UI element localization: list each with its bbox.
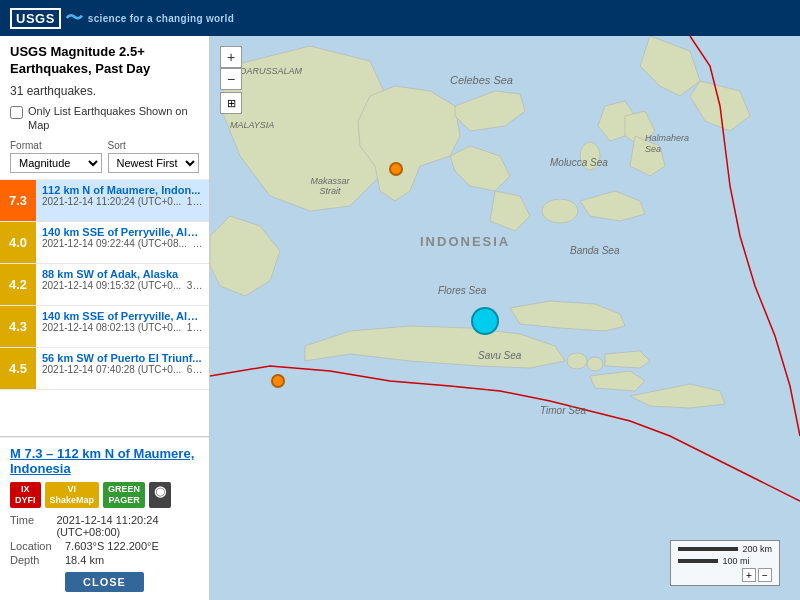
earthquake-title: 140 km SSE of Perryville, Alas... bbox=[42, 226, 203, 238]
usgs-tagline: science for a changing world bbox=[88, 13, 234, 24]
sidebar-title: USGS Magnitude 2.5+ Earthquakes, Past Da… bbox=[10, 44, 199, 78]
usgs-logo-text: USGS bbox=[10, 8, 61, 29]
svg-point-2 bbox=[542, 199, 578, 223]
map-label-darussalam: DARUSSALAM bbox=[240, 66, 303, 76]
time-label: Time bbox=[10, 514, 56, 538]
svg-text:Sea: Sea bbox=[645, 144, 661, 154]
earthquake-info: 56 km SW of Puerto El Triunf... 2021-12-… bbox=[36, 348, 209, 389]
scale-bar-mi bbox=[678, 559, 718, 563]
earthquake-magnitude: 4.0 bbox=[0, 222, 36, 263]
app-header: USGS 〜 science for a changing world bbox=[0, 0, 800, 36]
sort-group: Sort Newest First Oldest First Largest M… bbox=[108, 140, 200, 173]
usgs-wave-icon: 〜 bbox=[65, 6, 84, 30]
detail-location-row: Location 7.603°S 122.200°E bbox=[10, 540, 199, 552]
svg-point-3 bbox=[567, 353, 587, 369]
filter-checkbox-row: Only List Earthquakes Shown on Map bbox=[10, 104, 199, 133]
earthquake-details: 2021-12-14 09:22:44 (UTC+08... 4.3 km bbox=[42, 238, 203, 249]
earthquake-info: 140 km SSE of Perryville, Alas... 2021-1… bbox=[36, 306, 209, 347]
earthquake-title: 88 km SW of Adak, Alaska bbox=[42, 268, 203, 280]
earthquake-list-item[interactable]: 4.0 140 km SSE of Perryville, Alas... 20… bbox=[0, 222, 209, 264]
map-zoom-controls: + − bbox=[220, 46, 242, 90]
earthquake-details: 2021-12-14 08:02:13 (UTC+0... 10.0 km bbox=[42, 322, 203, 333]
map-label-timor: Timor Sea bbox=[540, 405, 586, 416]
shakemap-badge[interactable]: VIShakeMap bbox=[45, 482, 100, 508]
close-button[interactable]: CLOSE bbox=[65, 572, 144, 592]
map-container[interactable]: Celebes Sea Makassar Strait Molucca Sea … bbox=[210, 36, 800, 600]
svg-point-4 bbox=[587, 357, 603, 371]
scale-label-mi: 100 mi bbox=[722, 556, 749, 566]
scenario-badge[interactable]: ◉ bbox=[149, 482, 171, 508]
filter-checkbox[interactable] bbox=[10, 106, 23, 119]
sort-select[interactable]: Newest First Oldest First Largest Mag Sm… bbox=[108, 153, 200, 173]
depth-value: 18.4 km bbox=[65, 554, 104, 566]
earthquake-details: 2021-12-14 11:20:24 (UTC+0... 18.4 km bbox=[42, 196, 203, 207]
detail-time-row: Time 2021-12-14 11:20:24 (UTC+08:00) bbox=[10, 514, 199, 538]
usgs-logo: USGS 〜 science for a changing world bbox=[10, 6, 234, 30]
depth-label: Depth bbox=[10, 554, 65, 566]
earthquake-list-item[interactable]: 7.3 112 km N of Maumere, Indon... 2021-1… bbox=[0, 180, 209, 222]
map-label-savu: Savu Sea bbox=[478, 350, 522, 361]
scale-zoom-controls: + − bbox=[678, 568, 772, 582]
zoom-out-button[interactable]: − bbox=[220, 68, 242, 90]
sort-label: Sort bbox=[108, 140, 200, 151]
earthquake-magnitude: 4.3 bbox=[0, 306, 36, 347]
map-scale: 200 km 100 mi + − bbox=[670, 540, 780, 586]
earthquake-title: 140 km SSE of Perryville, Alas... bbox=[42, 310, 203, 322]
earthquake-magnitude: 4.5 bbox=[0, 348, 36, 389]
earthquake-info: 140 km SSE of Perryville, Alas... 2021-1… bbox=[36, 222, 209, 263]
earthquake-list-item[interactable]: 4.3 140 km SSE of Perryville, Alas... 20… bbox=[0, 306, 209, 348]
zoom-in-button[interactable]: + bbox=[220, 46, 242, 68]
map-label-molucca: Molucca Sea bbox=[550, 157, 608, 168]
map-label-banda: Banda Sea bbox=[570, 245, 620, 256]
map-label-indonesia: INDONESIA bbox=[420, 234, 510, 249]
time-value: 2021-12-14 11:20:24 (UTC+08:00) bbox=[56, 514, 199, 538]
format-select[interactable]: Magnitude Date Depth bbox=[10, 153, 102, 173]
map-svg: Celebes Sea Makassar Strait Molucca Sea … bbox=[210, 36, 800, 600]
earthquake-count: 31 earthquakes. bbox=[10, 84, 199, 98]
location-value: 7.603°S 122.200°E bbox=[65, 540, 159, 552]
earthquake-magnitude: 4.2 bbox=[0, 264, 36, 305]
map-label-flores: Flores Sea bbox=[438, 285, 487, 296]
scale-zoom-in[interactable]: + bbox=[742, 568, 756, 582]
scale-label-km: 200 km bbox=[742, 544, 772, 554]
sidebar: USGS Magnitude 2.5+ Earthquakes, Past Da… bbox=[0, 36, 210, 600]
earthquake-info: 88 km SW of Adak, Alaska 2021-12-14 09:1… bbox=[36, 264, 209, 305]
close-button-row: CLOSE bbox=[10, 572, 199, 592]
dyfi-badge[interactable]: IXDYFI bbox=[10, 482, 41, 508]
format-label: Format bbox=[10, 140, 102, 151]
earthquake-info: 112 km N of Maumere, Indon... 2021-12-14… bbox=[36, 180, 209, 221]
map-label-celebes: Celebes Sea bbox=[450, 74, 513, 86]
format-group: Format Magnitude Date Depth bbox=[10, 140, 102, 173]
earthquake-details: 2021-12-14 07:40:28 (UTC+0... 60.1 km bbox=[42, 364, 203, 375]
earthquake-list-item[interactable]: 4.5 56 km SW of Puerto El Triunf... 2021… bbox=[0, 348, 209, 390]
scale-bar-km bbox=[678, 547, 738, 551]
earthquake-list-item[interactable]: 4.2 88 km SW of Adak, Alaska 2021-12-14 … bbox=[0, 264, 209, 306]
earthquake-title: 112 km N of Maumere, Indon... bbox=[42, 184, 203, 196]
controls-row: Format Magnitude Date Depth Sort Newest … bbox=[10, 140, 199, 173]
location-label: Location bbox=[10, 540, 65, 552]
detail-badges: IXDYFI VIShakeMap GREENPAGER ◉ bbox=[10, 482, 199, 508]
earthquake-detail-panel: M 7.3 – 112 km N of Maumere, Indonesia I… bbox=[0, 437, 209, 600]
earthquake-magnitude: 7.3 bbox=[0, 180, 36, 221]
earthquake-marker-secondary1[interactable] bbox=[389, 162, 403, 176]
sidebar-header: USGS Magnitude 2.5+ Earthquakes, Past Da… bbox=[0, 36, 209, 180]
filter-label: Only List Earthquakes Shown on Map bbox=[28, 104, 199, 133]
map-label-malaysia: MALAYSIA bbox=[230, 120, 274, 130]
earthquake-list: 7.3 112 km N of Maumere, Indon... 2021-1… bbox=[0, 180, 209, 437]
pager-badge[interactable]: GREENPAGER bbox=[103, 482, 145, 508]
map-layer-button[interactable]: ⊞ bbox=[220, 92, 242, 114]
earthquake-marker-main[interactable] bbox=[471, 307, 499, 335]
scale-zoom-out[interactable]: − bbox=[758, 568, 772, 582]
detail-title[interactable]: M 7.3 – 112 km N of Maumere, Indonesia bbox=[10, 446, 199, 476]
map-label-halmahera: Halmahera bbox=[645, 133, 689, 143]
svg-text:Strait: Strait bbox=[319, 186, 341, 196]
map-label-makassar: Makassar bbox=[310, 176, 350, 186]
earthquake-marker-secondary2[interactable] bbox=[271, 374, 285, 388]
earthquake-title: 56 km SW of Puerto El Triunf... bbox=[42, 352, 203, 364]
detail-depth-row: Depth 18.4 km bbox=[10, 554, 199, 566]
main-layout: USGS Magnitude 2.5+ Earthquakes, Past Da… bbox=[0, 36, 800, 600]
earthquake-details: 2021-12-14 09:15:32 (UTC+0... 35.0 km bbox=[42, 280, 203, 291]
